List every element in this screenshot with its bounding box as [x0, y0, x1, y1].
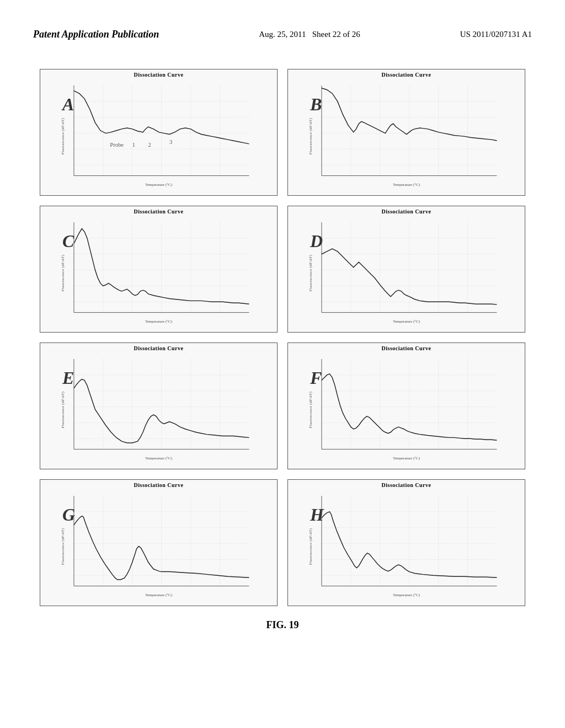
chart-title-e: Dissociation Curve — [40, 343, 277, 352]
page: Patent Application Publication Aug. 25, … — [0, 0, 565, 728]
chart-panel-e: Dissociation Curve E Fluorescence (dF/dT… — [40, 342, 278, 469]
patent-label: Patent Application Publication — [33, 28, 159, 41]
sheet-info: Sheet 22 of 26 — [312, 30, 360, 39]
chart-svg-c — [56, 222, 273, 320]
chart-svg-f — [303, 359, 520, 457]
chart-inner-e: E Fluorescence (dF/dT) Temperature (°C) — [40, 352, 277, 467]
main-content: Dissociation Curve A Fluorescence (dF/dT… — [0, 52, 565, 642]
svg-text:Probe: Probe — [110, 142, 124, 148]
chart-title-b: Dissociation Curve — [288, 69, 525, 79]
chart-inner-d: D Fluorescence (dF/dT) Temperature (°C) — [288, 216, 525, 330]
pub-date: Aug. 25, 2011 — [259, 30, 306, 39]
chart-title-g: Dissociation Curve — [40, 480, 277, 489]
chart-title-a: Dissociation Curve — [40, 69, 277, 79]
patent-number: US 2011/0207131 A1 — [460, 28, 532, 41]
chart-panel-h: Dissociation Curve H Fluorescence (dF/dT… — [287, 479, 525, 606]
charts-grid: Dissociation Curve A Fluorescence (dF/dT… — [40, 69, 525, 606]
chart-inner-b: B Fluorescence (dF/dT) Temperature (°C) — [288, 79, 525, 194]
chart-inner-g: G Fluorescence (dF/dT) Temperature (°C) — [40, 489, 277, 604]
svg-text:3: 3 — [169, 139, 172, 145]
chart-svg-h — [303, 496, 520, 594]
chart-title-h: Dissociation Curve — [288, 480, 525, 489]
chart-panel-g: Dissociation Curve G Fluorescence (dF/dT… — [40, 479, 278, 606]
figure-caption: FIG. 19 — [266, 619, 299, 631]
chart-panel-c: Dissociation Curve C Fluorescence (dF/dT… — [40, 206, 278, 333]
chart-title-d: Dissociation Curve — [288, 206, 525, 216]
chart-svg-b — [303, 85, 520, 184]
chart-inner-h: H Fluorescence (dF/dT) Temperature (°C) — [288, 489, 525, 604]
chart-panel-b: Dissociation Curve B Fluorescence (dF/dT… — [287, 69, 525, 196]
chart-panel-f: Dissociation Curve F Fluorescence (dF/dT… — [287, 342, 525, 469]
chart-title-c: Dissociation Curve — [40, 206, 277, 216]
svg-text:2: 2 — [148, 142, 151, 148]
chart-svg-d — [303, 222, 520, 320]
chart-inner-a: A Fluorescence (dF/dT) Temperature (°C) — [40, 79, 277, 194]
chart-inner-c: C Fluorescence (dF/dT) Temperature (°C) — [40, 216, 277, 330]
svg-text:1: 1 — [132, 142, 135, 148]
chart-svg-a: Probe 1 2 3 — [56, 85, 273, 184]
chart-panel-d: Dissociation Curve D Fluorescence (dF/dT… — [287, 206, 525, 333]
publication-info: Aug. 25, 2011 Sheet 22 of 26 — [259, 28, 360, 41]
chart-svg-g — [56, 496, 273, 594]
chart-svg-e — [56, 359, 273, 457]
chart-inner-f: F Fluorescence (dF/dT) Temperature (°C) — [288, 352, 525, 467]
chart-panel-a: Dissociation Curve A Fluorescence (dF/dT… — [40, 69, 278, 196]
page-header: Patent Application Publication Aug. 25, … — [0, 0, 565, 52]
chart-title-f: Dissociation Curve — [288, 343, 525, 352]
